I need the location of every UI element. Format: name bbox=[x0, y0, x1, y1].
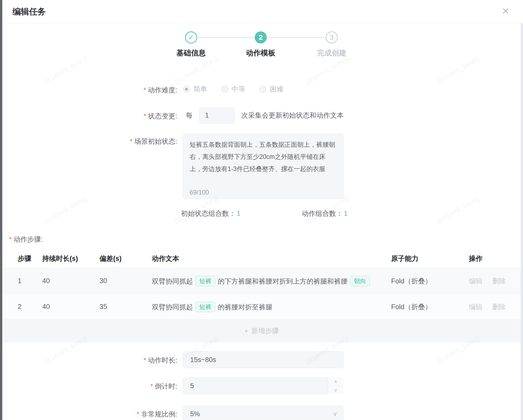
radio-easy-label: 简单 bbox=[193, 85, 207, 94]
initial-combo-label: 初始状态组合数： bbox=[181, 210, 236, 217]
item-tag: 短裤 bbox=[195, 302, 215, 312]
required-mark: * bbox=[144, 112, 146, 120]
char-counter: 69/100 bbox=[190, 188, 209, 196]
state-change-input[interactable]: 1 bbox=[199, 107, 235, 123]
col-text: 动作文本 bbox=[152, 254, 391, 263]
action-duration-value: 15s~80s bbox=[190, 356, 216, 364]
row-duration: 40 bbox=[42, 277, 99, 285]
radio-unselected-icon bbox=[221, 86, 228, 93]
col-duration: 持续时长(s) bbox=[42, 254, 99, 263]
radio-unselected-icon bbox=[259, 86, 266, 93]
row-deviation: 35 bbox=[99, 303, 152, 311]
col-deviation: 偏差(s) bbox=[99, 254, 152, 263]
edit-link[interactable]: 编辑 bbox=[469, 302, 482, 311]
orientation-tag: 朝向 bbox=[350, 276, 370, 286]
stepper-connector-1 bbox=[198, 37, 254, 38]
step-3-circle: 3 bbox=[326, 31, 338, 44]
action-duration-input[interactable]: 15s~80s bbox=[183, 351, 344, 368]
step-2-circle: 2 bbox=[255, 31, 267, 44]
state-change-label: *状态变更: bbox=[0, 112, 177, 121]
table-row: 2 40 35 双臂协同抓起短裤的裤腰对折至裤腿 Fold（折叠） 编辑 删除 bbox=[2, 294, 521, 320]
watermark-text: {{current_time}} bbox=[366, 0, 523, 163]
col-ability: 原子能力 bbox=[391, 254, 469, 263]
step-1-check-icon: ✓ bbox=[185, 31, 197, 44]
row-action-text: 双臂协同抓起短裤的裤腰对折至裤腿 bbox=[152, 302, 391, 312]
add-step-label: 新增步骤 bbox=[251, 326, 279, 335]
action-duration-label: *动作时长: bbox=[0, 356, 177, 365]
action-steps-label: *动作步骤: bbox=[9, 235, 43, 244]
col-ops: 操作 bbox=[469, 254, 521, 263]
dialog-scrollbar[interactable] bbox=[521, 23, 523, 420]
plus-icon: + bbox=[244, 327, 248, 335]
required-mark: * bbox=[130, 138, 133, 145]
row-operations: 编辑 删除 bbox=[469, 277, 521, 286]
radio-hard-label: 困难 bbox=[270, 85, 284, 94]
row-action-text: 双臂协同抓起短裤的下方裤腿和裤腰对折到上方的裤腿和裤腰朝向 bbox=[152, 276, 391, 286]
countdown-value: 5 bbox=[190, 382, 194, 390]
state-change-row: 每 1 次采集会更新初始状态和动作文本 bbox=[186, 107, 344, 124]
initial-state-text: 短裤五条数据背面朝上，五条数据正面朝上，裤腰朝右，离头部视野下方至少20cm之外… bbox=[190, 141, 335, 172]
state-change-value: 1 bbox=[205, 112, 209, 119]
edit-task-dialog: 编辑任务 ✕ ✓ 2 3 基础信息 动作模板 完成创建 *动作难度: 简单 中等… bbox=[0, 0, 523, 420]
page-edge-strip bbox=[0, 0, 2, 420]
radio-medium-label: 中等 bbox=[232, 85, 245, 94]
stepper-down-button[interactable]: ∨ bbox=[328, 386, 344, 394]
dialog-title: 编辑任务 bbox=[12, 0, 46, 23]
state-change-prefix: 每 bbox=[186, 111, 193, 120]
difficulty-radio-group: 简单 中等 困难 bbox=[183, 84, 284, 94]
required-mark: * bbox=[144, 356, 146, 364]
initial-combo-count: 初始状态组合数：1 bbox=[181, 209, 240, 218]
action-combo-label: 动作组合数： bbox=[302, 210, 343, 217]
action-steps-table: 步骤 持续时长(s) 偏差(s) 动作文本 原子能力 操作 1 40 30 双臂… bbox=[2, 249, 521, 342]
number-stepper: ∧ ∨ bbox=[328, 377, 344, 394]
required-mark: * bbox=[137, 410, 139, 418]
close-icon[interactable]: ✕ bbox=[499, 5, 512, 18]
required-mark: * bbox=[150, 383, 153, 390]
initial-state-label: *场景初始状态: bbox=[0, 137, 177, 146]
required-mark: * bbox=[9, 236, 12, 243]
add-step-button[interactable]: + 新增步骤 bbox=[2, 320, 521, 342]
row-ability: Fold（折叠） bbox=[391, 277, 469, 286]
required-mark: * bbox=[144, 86, 146, 94]
row-step: 2 bbox=[18, 303, 42, 311]
action-combo-value: 1 bbox=[344, 210, 348, 217]
delete-link[interactable]: 删除 bbox=[492, 277, 506, 286]
radio-hard[interactable]: 困难 bbox=[259, 85, 284, 94]
delete-link[interactable]: 删除 bbox=[492, 302, 506, 311]
countdown-input[interactable]: 5 ∧ ∨ bbox=[183, 377, 344, 394]
unusual-ratio-select[interactable]: 5% ∨ bbox=[183, 406, 344, 420]
chevron-down-icon: ∨ bbox=[334, 387, 337, 393]
stepper-connector-2 bbox=[268, 37, 325, 38]
step-1-label: 基础信息 bbox=[158, 48, 224, 58]
state-change-suffix: 次采集会更新初始状态和动作文本 bbox=[241, 111, 344, 120]
stepper-up-button[interactable]: ∧ bbox=[328, 377, 344, 386]
chevron-down-icon: ∨ bbox=[333, 406, 337, 420]
table-row: 1 40 30 双臂协同抓起短裤的下方裤腿和裤腰对折到上方的裤腿和裤腰朝向 Fo… bbox=[2, 268, 521, 294]
radio-easy[interactable]: 简单 bbox=[183, 85, 207, 94]
table-header-row: 步骤 持续时长(s) 偏差(s) 动作文本 原子能力 操作 bbox=[2, 249, 521, 268]
initial-combo-value: 1 bbox=[237, 210, 240, 217]
item-tag: 短裤 bbox=[195, 276, 215, 286]
edit-link[interactable]: 编辑 bbox=[469, 277, 482, 286]
initial-state-textarea[interactable]: 短裤五条数据背面朝上，五条数据正面朝上，裤腰朝右，离头部视野下方至少20cm之外… bbox=[183, 134, 344, 199]
dialog-header: 编辑任务 ✕ bbox=[2, 0, 523, 23]
action-combo-count: 动作组合数：1 bbox=[302, 209, 348, 218]
row-deviation: 30 bbox=[99, 277, 152, 285]
difficulty-label: *动作难度: bbox=[0, 86, 177, 95]
col-step: 步骤 bbox=[18, 254, 42, 263]
row-step: 1 bbox=[18, 277, 42, 285]
countdown-label: *倒计时: bbox=[0, 382, 177, 391]
row-duration: 40 bbox=[42, 303, 99, 311]
step-2-label: 动作模板 bbox=[228, 48, 294, 58]
step-3-label: 完成创建 bbox=[299, 48, 365, 58]
unusual-ratio-value: 5% bbox=[190, 410, 200, 418]
chevron-up-icon: ∧ bbox=[334, 379, 337, 384]
unusual-ratio-label: *非常规比例: bbox=[0, 410, 177, 419]
row-operations: 编辑 删除 bbox=[469, 302, 521, 311]
radio-selected-icon bbox=[183, 86, 190, 93]
row-ability: Fold（折叠） bbox=[391, 302, 469, 311]
radio-medium[interactable]: 中等 bbox=[221, 85, 245, 94]
